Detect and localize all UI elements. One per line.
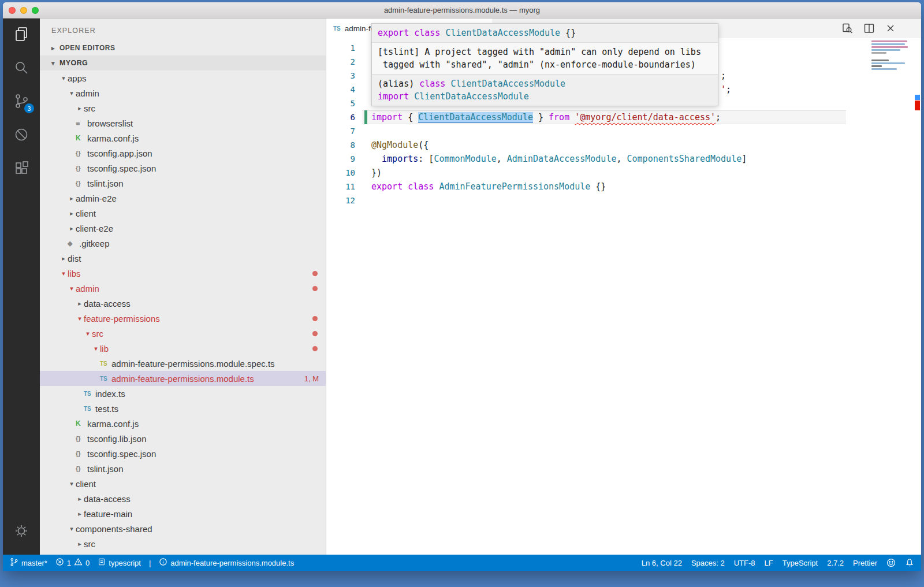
error-dot-badge	[312, 286, 318, 291]
tree-folder[interactable]: ▸admin-e2e	[40, 191, 326, 206]
code-line[interactable]: 10})	[326, 166, 921, 180]
open-changes-icon[interactable]	[841, 23, 853, 34]
workbench: 3	[3, 18, 921, 555]
extensions-activity-button[interactable]	[3, 153, 40, 186]
code-token: })	[371, 168, 382, 178]
ruler-mark	[915, 95, 920, 100]
tree-folder[interactable]: ▸data-access	[40, 491, 326, 506]
tree-file[interactable]: ◆.gitkeep	[40, 236, 326, 251]
tree-folder[interactable]: ▸src	[40, 536, 326, 551]
tree-folder[interactable]: ▾feature-permissions	[40, 311, 326, 326]
code-token: ComponentsSharedModule	[627, 154, 742, 164]
code-area[interactable]: 123;4';56import { ClientDataAccessModule…	[326, 38, 921, 555]
tree-folder[interactable]: ▸dist	[40, 251, 326, 266]
code-token: '@myorg/client/data-access'	[575, 112, 716, 122]
tree-file[interactable]: TSindex.ts	[40, 386, 326, 401]
open-editors-label: OPEN EDITORS	[59, 44, 115, 52]
tree-folder[interactable]: ▾admin	[40, 281, 326, 296]
ruler-mark	[915, 101, 920, 110]
tree-file[interactable]: Kkarma.conf.js	[40, 131, 326, 146]
notifications-bell-icon[interactable]	[905, 558, 914, 567]
line-number: 7	[326, 124, 355, 138]
tree-folder[interactable]: ▸client	[40, 206, 326, 221]
status-left: master* 1 0 typescript	[10, 558, 294, 569]
minimize-window-button[interactable]	[20, 7, 27, 14]
line-number: 4	[326, 83, 355, 96]
git-branch-status[interactable]: master*	[10, 558, 47, 569]
tree-file[interactable]: {}tsconfig.lib.json	[40, 431, 326, 446]
formatter[interactable]: Prettier	[853, 559, 877, 567]
settings-button[interactable]	[3, 515, 40, 549]
tree-folder[interactable]: ▸client-e2e	[40, 221, 326, 236]
tree-folder[interactable]: ▾components-shared	[40, 521, 326, 536]
tree-folder[interactable]: ▸data-access	[40, 296, 326, 311]
close-editor-icon[interactable]	[885, 23, 896, 34]
tree-file[interactable]: {}tslint.json	[40, 176, 326, 191]
split-editor-icon[interactable]	[863, 23, 875, 34]
code-line[interactable]: 11export class AdminFeaturePermissionsMo…	[326, 180, 921, 194]
code-token	[403, 181, 408, 192]
tree-file[interactable]: Kkarma.conf.js	[40, 416, 326, 431]
language-mode[interactable]: TypeScript	[783, 559, 818, 567]
indentation[interactable]: Spaces: 2	[691, 559, 725, 567]
code-line[interactable]: 6import { ClientDataAccessModule } from …	[326, 110, 921, 124]
tree-folder[interactable]: ▾src	[40, 326, 326, 341]
code-line[interactable]: 8@NgModule({	[326, 138, 921, 152]
tree-item-label: client	[76, 209, 96, 218]
tree-folder[interactable]: ▸feature-main	[40, 506, 326, 521]
tree-file[interactable]: ≡browserslist	[40, 116, 326, 131]
code-token: class	[419, 79, 445, 89]
line-number: 10	[326, 166, 355, 180]
titlebar[interactable]: admin-feature-permissions.module.ts — my…	[3, 2, 921, 18]
minimap-mark	[871, 46, 908, 48]
code-token: ;	[726, 84, 731, 95]
tree-item-label: client	[76, 479, 96, 489]
tree-folder[interactable]: ▾admin	[40, 86, 326, 101]
close-window-button[interactable]	[9, 7, 16, 14]
explorer-activity-button[interactable]	[3, 18, 40, 52]
tslint-status[interactable]: typescript	[98, 558, 141, 568]
tree-file[interactable]: TSadmin-feature-permissions.module.ts1, …	[40, 371, 326, 386]
tree-file[interactable]: {}tsconfig.spec.json	[40, 446, 326, 461]
chevron-down-icon: ▾	[68, 525, 76, 533]
problems-status[interactable]: 1 0	[55, 558, 90, 568]
tree-folder[interactable]: ▾apps	[40, 70, 326, 86]
alias-line: import ClientDataAccessModule	[378, 90, 712, 103]
feedback-smiley-icon[interactable]	[886, 558, 896, 567]
json-file-icon: {}	[76, 435, 87, 442]
tree-folder[interactable]: ▾libs	[40, 266, 326, 281]
code-token: @NgModule	[371, 140, 418, 150]
tree-item-label: lib	[100, 344, 109, 354]
source-control-activity-button[interactable]: 3	[3, 86, 40, 119]
encoding[interactable]: UTF-8	[734, 559, 755, 567]
tree-folder[interactable]: ▾client	[40, 476, 326, 491]
tree-file[interactable]: {}tsconfig.app.json	[40, 146, 326, 161]
root-folder-header[interactable]: ▾ MYORG	[40, 55, 326, 70]
debug-activity-button[interactable]	[3, 119, 40, 153]
ts-version[interactable]: 2.7.2	[827, 559, 844, 567]
open-editors-header[interactable]: ▸ OPEN EDITORS	[40, 40, 326, 55]
warning-count: 0	[85, 559, 90, 567]
tree-file[interactable]: {}tslint.json	[40, 461, 326, 476]
file-info-status[interactable]: admin-feature-permissions.module.ts	[159, 558, 294, 568]
tree-folder[interactable]: ▸src	[40, 101, 326, 116]
cursor-position[interactable]: Ln 6, Col 22	[642, 559, 682, 567]
tree-folder[interactable]: ▾lib	[40, 341, 326, 356]
linter-label: typescript	[109, 559, 141, 567]
search-activity-button[interactable]	[3, 52, 40, 86]
minimap-mark	[871, 49, 900, 51]
code-line[interactable]: 9 imports: [CommonModule, AdminDataAcces…	[326, 152, 921, 166]
window-title: admin-feature-permissions.module.ts — my…	[384, 6, 540, 14]
tree-file[interactable]: TSadmin-feature-permissions.module.spec.…	[40, 356, 326, 371]
chevron-right-icon: ▸	[76, 105, 84, 112]
minimap[interactable]	[871, 40, 910, 70]
tree-item-label: dist	[68, 254, 81, 263]
chevron-down-icon: ▾	[76, 315, 84, 322]
eol[interactable]: LF	[765, 559, 773, 567]
zoom-window-button[interactable]	[32, 7, 39, 14]
tree-file[interactable]: TStest.ts	[40, 401, 326, 416]
code-line[interactable]: 12	[326, 194, 921, 207]
overview-ruler[interactable]	[915, 38, 920, 555]
tree-file[interactable]: {}tsconfig.spec.json	[40, 161, 326, 176]
code-line[interactable]: 7	[326, 124, 921, 138]
